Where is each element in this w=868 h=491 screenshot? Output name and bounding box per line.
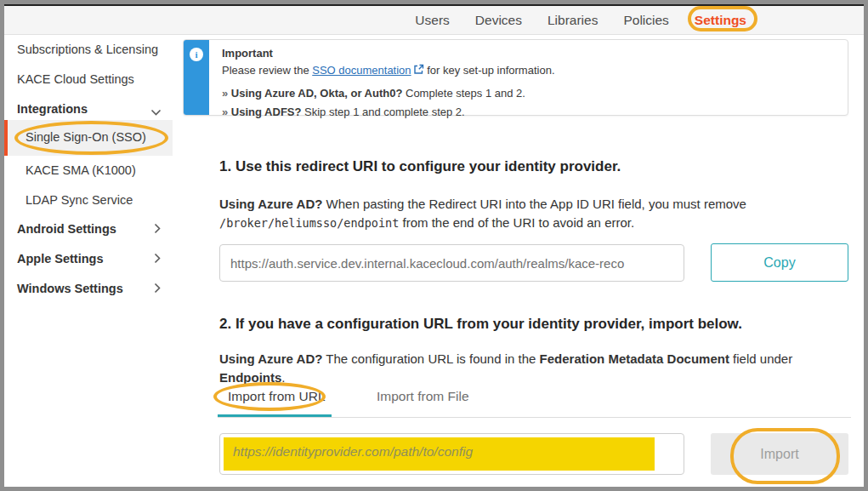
step1-note-text: from the end of the URI to avoid an erro… (399, 215, 634, 230)
sidebar-item-apple-settings[interactable]: Apple Settings (17, 252, 104, 265)
info-title: Important (222, 46, 839, 60)
step2-heading: 2. If you have a configuration URL from … (219, 316, 742, 333)
step2-note-text: field under (729, 351, 792, 366)
important-info-box: i Important Please review the SSO docume… (183, 39, 848, 116)
app-window: Users Devices Libraries Policies Setting… (0, 0, 868, 491)
step2-note-bold: Using Azure AD? (219, 351, 322, 366)
nav-users[interactable]: Users (415, 13, 449, 28)
chevron-down-icon[interactable] (150, 105, 162, 120)
step2-note-bold: Federation Metadata Document (540, 351, 729, 366)
info-text: Skip step 1 and complete step 2. (301, 106, 464, 118)
step2-note-bold: Endpoints (219, 370, 281, 385)
info-bullet-azure: » Using Azure AD, Okta, or Auth0? Comple… (222, 86, 839, 100)
chevron-right-icon[interactable] (154, 222, 162, 237)
chevron-right-icon[interactable] (154, 252, 162, 267)
info-bold: Using Azure AD, Okta, or Auth0? (231, 87, 403, 100)
step1-note: Using Azure AD? When pasting the Redirec… (219, 195, 855, 232)
step1-note-text: When pasting the Redirect URI into the A… (322, 197, 746, 211)
sso-documentation-link[interactable]: SSO documentation (312, 64, 411, 77)
nav-policies[interactable]: Policies (623, 13, 668, 28)
info-text: Complete steps 1 and 2. (402, 87, 525, 100)
info-text: Please review the (222, 64, 312, 77)
copy-button[interactable]: Copy (711, 243, 848, 282)
nav-devices[interactable]: Devices (475, 13, 522, 28)
sidebar-item-kace-sma[interactable]: KACE SMA (K1000) (26, 163, 136, 177)
sidebar-active-bar (4, 120, 8, 156)
sidebar-item-windows-settings[interactable]: Windows Settings (17, 282, 123, 295)
sidebar-item-ldap-sync[interactable]: LDAP Sync Service (26, 193, 133, 207)
step1-note-bold: Using Azure AD? (219, 197, 322, 211)
redirect-uri-input[interactable] (219, 244, 684, 282)
tabs-divider (218, 417, 851, 418)
info-accent-bar: i (184, 40, 209, 115)
sidebar-item-integrations[interactable]: Integrations (17, 102, 88, 116)
external-link-icon[interactable] (413, 65, 424, 77)
nav-libraries[interactable]: Libraries (547, 13, 598, 28)
top-nav: Users Devices Libraries Policies Setting… (4, 4, 864, 35)
sidebar-item-android-settings[interactable]: Android Settings (17, 222, 116, 236)
tab-import-from-file[interactable]: Import from File (377, 389, 469, 404)
step1-note-code: /broker/heliumsso/endpoint (219, 216, 399, 230)
chevron-right-icon[interactable] (154, 282, 162, 297)
tab-import-from-url[interactable]: Import from URL (228, 389, 326, 404)
bullet-icon: » (222, 106, 228, 118)
info-icon: i (190, 48, 203, 61)
config-url-input[interactable]: https://identityprovider.com/path/to/con… (219, 433, 684, 475)
bullet-icon: » (222, 87, 228, 100)
step1-heading: 1. Use this redirect URI to configure yo… (219, 158, 621, 175)
config-url-placeholder: https://identityprovider.com/path/to/con… (233, 444, 473, 460)
import-button[interactable]: Import (711, 433, 848, 475)
info-text: for key set-up information. (424, 64, 555, 77)
sidebar-item-single-sign-on[interactable]: Single Sign-On (SSO) (26, 130, 146, 144)
info-bullet-adfs: » Using ADFS? Skip step 1 and complete s… (222, 105, 839, 119)
step2-note-text: . (281, 370, 285, 385)
step2-note-text: The configuration URL is found in the (322, 351, 539, 366)
nav-settings[interactable]: Settings (695, 13, 746, 28)
sidebar-item-kace-cloud-settings[interactable]: KACE Cloud Settings (17, 72, 134, 86)
sidebar-item-subscriptions-licensing[interactable]: Subscriptions & Licensing (17, 43, 158, 56)
info-review-line: Please review the SSO documentation for … (222, 63, 839, 78)
info-bold: Using ADFS? (231, 106, 302, 118)
step2-note: Using Azure AD? The configuration URL is… (219, 350, 855, 387)
